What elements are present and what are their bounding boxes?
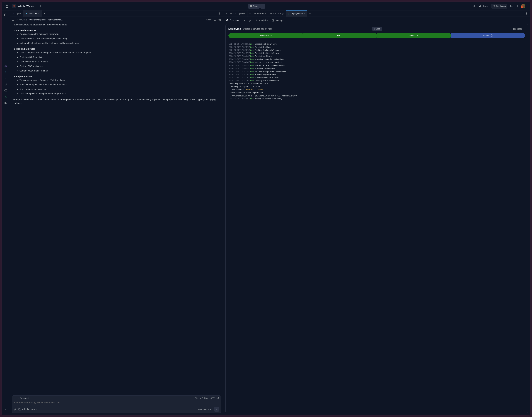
gauge-icon[interactable]: [214, 19, 216, 21]
deploy-logs[interactable]: 2024-12-30T17:32:55Z info: Created pid1 …: [226, 40, 527, 413]
info-icon[interactable]: [216, 397, 219, 399]
list-item: Uses a template inheritance pattern with…: [20, 51, 220, 54]
log-line: 2024-12-30T17:32:57Z info: Pushing Repl …: [229, 49, 524, 52]
cancel-button[interactable]: Cancel: [372, 27, 382, 31]
list-item: Backend Framework: Flask serves as the m…: [16, 29, 220, 45]
assistant-icon: ✦: [14, 397, 16, 399]
rail-run-icon[interactable]: [3, 75, 9, 81]
tab-deployments[interactable]: ⊕ Deployments ×: [286, 10, 307, 17]
tab-more-icon[interactable]: ⋮: [216, 12, 222, 15]
add-tab-button[interactable]: +: [42, 12, 47, 15]
folder-icon: [18, 408, 21, 411]
log-line: forwarding local port 5000 to external p…: [229, 82, 524, 85]
model-label[interactable]: Claude 3.5 Sonnet V2: [195, 397, 215, 399]
log-line: 2024-12-30T17:34:25Z info: uploading cac…: [229, 67, 524, 70]
deploy-title: Deploying: [228, 27, 241, 31]
subtab-settings[interactable]: Settings: [272, 17, 284, 24]
agent-icon: ⁂: [13, 12, 15, 15]
rail-deploy-icon[interactable]: ⊕: [3, 94, 9, 100]
close-icon[interactable]: ×: [304, 12, 305, 15]
rail-assistant-icon[interactable]: ✦: [3, 69, 9, 75]
chart-icon: [255, 19, 258, 22]
user-menu[interactable]: +: [521, 4, 528, 8]
list-item: Flask serves as the main web framework: [20, 32, 220, 36]
close-icon[interactable]: ×: [38, 12, 40, 15]
list-item: Frontend Structure: Uses a template inhe…: [16, 47, 220, 73]
help-icon[interactable]: ?: [3, 408, 9, 413]
attach-icon[interactable]: [14, 408, 17, 411]
subtab-overview[interactable]: Overview: [226, 17, 239, 24]
send-button[interactable]: [214, 407, 219, 412]
rail-shell-icon[interactable]: [3, 82, 9, 87]
panel-layout-icon[interactable]: [37, 3, 42, 9]
deploying-status[interactable]: Deploying: [491, 4, 507, 9]
svg-point-20: [219, 20, 220, 20]
tab-more-icon[interactable]: ⋮: [523, 12, 530, 15]
composer-input[interactable]: [14, 401, 219, 404]
svg-point-31: [271, 13, 271, 14]
chat-text: framework. Here's a breakdown of the key…: [13, 23, 220, 27]
log-line: 2024-12-30T17:32:55Z info: Created pid1 …: [229, 42, 524, 46]
list-item: Project Structure: Templates directory: …: [16, 75, 220, 95]
rail-ai-icon[interactable]: ⁂: [3, 63, 9, 69]
log-line: INFO:werkzeug: * Restarting with stat: [229, 91, 524, 94]
advanced-toggle[interactable]: ✦ Advanced: [17, 397, 32, 399]
svg-rect-13: [6, 102, 7, 103]
log-line: 2024-12-30T17:34:26Z info: Pushed soci i…: [229, 76, 524, 79]
progress-pills: Provision Build Bundle Promote: [226, 33, 528, 40]
check-icon: [270, 34, 272, 37]
svg-rect-12: [5, 102, 5, 103]
search-icon[interactable]: [471, 3, 476, 9]
repl-icon: ⌘: [12, 4, 16, 8]
svg-point-2: [473, 5, 475, 7]
log-line: 2024-12-30T17:34:24Z info: uploading ima…: [229, 58, 524, 61]
settings-icon[interactable]: [219, 19, 221, 21]
pill-promote: Promote: [450, 33, 525, 38]
git-commit-icon: [249, 12, 251, 15]
chat-body[interactable]: framework. Here's a breakdown of the key…: [10, 23, 223, 396]
tab-diff-style[interactable]: Diff: style.css: [228, 10, 247, 17]
assistant-icon: ✦: [26, 12, 28, 15]
project-name[interactable]: WhiskerWonder: [18, 5, 34, 7]
hide-logs-toggle[interactable]: Hide logs: [513, 28, 525, 30]
home-icon[interactable]: [4, 3, 10, 9]
list-item: Custom CSS in style.css: [20, 64, 220, 68]
add-tab-button[interactable]: +: [307, 12, 313, 15]
theme-icon[interactable]: ✳: [515, 3, 520, 9]
subtab-analytics[interactable]: Analytics: [255, 17, 268, 24]
list-item: App configuration in app.py: [20, 87, 220, 91]
spinner-icon: [493, 5, 495, 7]
tab-agent[interactable]: ⁂ Agent: [10, 10, 24, 17]
svg-point-28: [250, 13, 251, 14]
log-line: 2024-12-30T17:34:25Z info: successfully …: [229, 70, 524, 73]
sparkle-icon: ✦: [17, 397, 19, 399]
new-chat-button[interactable]: +New chat: [17, 19, 27, 21]
subtab-logs[interactable]: Logs: [243, 17, 251, 24]
tab-fragment[interactable]: .e: [224, 10, 228, 17]
rail-preview-icon[interactable]: [3, 88, 9, 94]
chevron-up-icon: [523, 28, 525, 30]
left-pane: ⁂ Agent ✦ Assistant × + ⋮: [10, 10, 223, 415]
feedback-link[interactable]: Have feedback?: [198, 408, 212, 411]
svg-point-45: [273, 20, 273, 21]
list-item: Main entry point in main.py running on p…: [20, 92, 220, 95]
log-line: INFO:werkzeug:Press CTRL+C to quit: [229, 88, 524, 91]
history-icon[interactable]: [12, 19, 14, 21]
tab-diff-index[interactable]: Diff: index.html: [247, 10, 268, 17]
rail-apps-icon[interactable]: [3, 100, 9, 106]
new-file-icon[interactable]: [3, 12, 9, 18]
stop-icon: [250, 5, 252, 7]
invite-button[interactable]: Invite: [478, 4, 490, 9]
tab-diff-main[interactable]: Diff: main.js: [268, 10, 286, 17]
svg-rect-14: [6, 104, 7, 104]
composer: ✦ ✦ Advanced Claude 3.5 Sonnet V2: [12, 396, 221, 413]
run-dropdown-button[interactable]: [260, 4, 265, 9]
tab-agent-label: Agent: [16, 12, 21, 15]
notifications-icon[interactable]: [509, 3, 514, 9]
svg-rect-15: [5, 104, 5, 104]
list-item: Font Awesome 6.4.0 for icons: [20, 60, 220, 63]
tab-assistant[interactable]: ✦ Assistant ×: [24, 10, 42, 17]
tool-rail: ⁂ ✦ ⊕ ?: [2, 10, 10, 415]
add-file-context[interactable]: Add file context: [18, 408, 37, 411]
stop-button[interactable]: Stop: [248, 4, 260, 9]
